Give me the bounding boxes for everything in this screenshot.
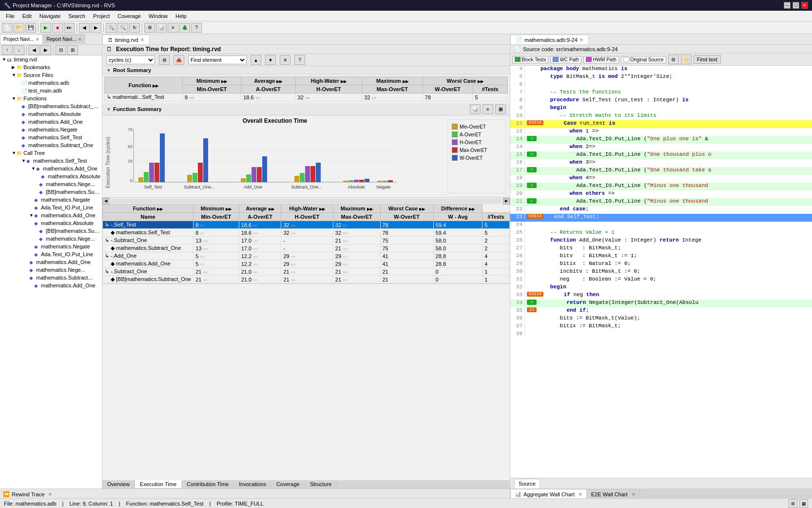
table-scrollbar[interactable] — [102, 283, 510, 290]
overview-tab[interactable]: Overview — [102, 480, 135, 488]
block-tests-legend[interactable]: Block Tests — [512, 56, 548, 63]
menu-project[interactable]: Project — [89, 12, 114, 20]
nav-back[interactable]: ◀ — [29, 45, 39, 55]
zoom-out-btn[interactable]: 🔍 — [117, 23, 128, 33]
cycles-select[interactable]: cycles (c) — [106, 56, 155, 64]
menu-search[interactable]: Search — [64, 12, 89, 20]
function-summary-toggle[interactable]: ▼ — [106, 107, 111, 112]
tree-ct-bbsubt1[interactable]: ◆ [BB]mathematics.Subt... — [0, 188, 102, 196]
tree-ct-putline1[interactable]: ◆ Ada.Text_IO.Put_Line — [0, 204, 102, 211]
menu-window[interactable]: Window — [145, 12, 172, 20]
menu-help[interactable]: Help — [172, 12, 191, 20]
tree-ct-addone1[interactable]: ▼ ◆ mathematics.Add_One — [0, 165, 102, 172]
execution-time-tab[interactable]: Execution Time — [135, 480, 182, 488]
tree-ct-negate1[interactable]: ◆ mathematics.Negate — [0, 196, 102, 204]
nav-forward[interactable]: ▶ — [40, 45, 51, 55]
scroll-left[interactable]: ◀ — [102, 198, 109, 205]
menu-edit[interactable]: Edit — [19, 12, 36, 20]
status-icon2[interactable]: ▦ — [799, 499, 808, 508]
tree-ct-putline2[interactable]: ◆ Ada.Text_IO.Put_Line — [0, 250, 102, 258]
settings-btn[interactable]: ⚙ — [144, 23, 155, 33]
fs-row-0[interactable]: ↳ -.Self_Test 8 ≈≈ 18.6 ≈≈ 32 ≈≈ 32 ≈≈ 7… — [103, 221, 510, 229]
tree-ct-addone3[interactable]: ◆ mathematics.Add_One — [0, 258, 102, 266]
tree-ct-negate2[interactable]: ◆ mathematics.Negate — [0, 243, 102, 250]
fs-row-7[interactable]: ◆ [BB]mathematics.Subtract_One 21 ≈≈ 21.… — [103, 276, 510, 283]
fs-row-6[interactable]: ↳ -.Subtract_One 21 ≈≈ 21.0 ≈≈ 21 ≈≈ 21 … — [103, 268, 510, 276]
e2e-close[interactable]: ✕ — [632, 492, 636, 497]
find-clear[interactable]: ✕ — [280, 55, 290, 65]
tree-ct-addone2[interactable]: ▼ ◆ mathematics.Add_One — [0, 211, 102, 219]
export-icon[interactable]: 📤 — [174, 55, 184, 65]
help-report[interactable]: ? — [294, 55, 305, 65]
tree-ct-selftest[interactable]: ▼ ◆ mathematics.Self_Test — [0, 157, 102, 165]
tree-fn-addone[interactable]: ◆ mathematics.Add_One — [0, 118, 102, 126]
new-btn[interactable]: 📄 — [2, 23, 13, 33]
source-tab-close[interactable]: ✕ — [580, 38, 583, 42]
root-summary-toggle[interactable]: ▼ — [106, 68, 111, 73]
stop-btn[interactable]: ■ — [52, 23, 63, 33]
rewind-close[interactable]: ✕ — [48, 492, 52, 497]
tree-bookmarks[interactable]: ▶ 📁 Bookmarks — [0, 63, 102, 71]
tree-ct-abs2[interactable]: ◆ mathematics.Absolute — [0, 219, 102, 227]
fs-row-2[interactable]: ↳ -.Subtract_One 13 ≈≈ 17.0 ≈≈ - 21 ≈≈ 7… — [103, 237, 510, 245]
original-source-legend[interactable]: Original Source — [621, 56, 666, 63]
find-text-btn[interactable]: Find text — [694, 55, 721, 64]
tree-fn-subtractone[interactable]: ◆ mathematics.Subtract_One — [0, 141, 102, 149]
code-area[interactable]: 4 package body mathematics is 5 type Bit… — [510, 66, 812, 478]
refresh-btn[interactable]: ↻ — [129, 23, 140, 33]
tree-ct-nege1[interactable]: ◆ mathematics.Nege... — [0, 180, 102, 188]
hwm-path-legend[interactable]: HWM Path — [583, 56, 619, 63]
tree-functions[interactable]: ▼ 📁 Functions — [0, 94, 102, 102]
menu-file[interactable]: File — [2, 12, 19, 20]
step-btn[interactable]: ⏭ — [64, 23, 75, 33]
find-next[interactable]: ▼ — [265, 55, 276, 65]
zoom-in-btn[interactable]: 🔍 — [106, 23, 116, 33]
save-btn[interactable]: 💾 — [25, 23, 36, 33]
table-view-btn[interactable]: ≡ — [483, 104, 493, 114]
aggregate-wall-tab[interactable]: 📊 Aggregate Wall Chart ✕ — [510, 489, 587, 499]
nav-up[interactable]: ↑ — [2, 45, 13, 55]
tree-fn-absolute[interactable]: ◆ mathematics.Absolute — [0, 110, 102, 118]
tree-root[interactable]: ▼ 🗂 timing.rvd — [0, 56, 102, 63]
tree-ct-absolute1[interactable]: ◆ mathematics.Absolute — [0, 172, 102, 180]
tree-ct-nege2[interactable]: ◆ mathematics.Nege... — [0, 235, 102, 243]
chart-view-btn[interactable]: 📊 — [470, 104, 481, 114]
agg-wall-close[interactable]: ✕ — [579, 492, 582, 497]
contribution-time-tab[interactable]: Contribution Time — [182, 480, 234, 488]
collapse-all[interactable]: ⊟ — [56, 45, 66, 55]
timing-rvd-close[interactable]: ✕ — [140, 38, 144, 42]
timing-rvd-tab[interactable]: 🗒 timing.rvd ✕ — [102, 35, 150, 44]
tree-fn-negate[interactable]: ◆ mathematics.Negate — [0, 126, 102, 133]
report-nav-tab[interactable]: Report Navi... ✕ — [43, 34, 85, 44]
tree-ct-bbsubt2[interactable]: ◆ [BB]mathematics.Subt... — [0, 227, 102, 235]
source-bottom-tab[interactable]: Source — [514, 479, 540, 489]
coverage-tab[interactable]: Coverage — [271, 480, 305, 488]
back-btn[interactable]: ◀ — [79, 23, 90, 33]
find-element-select[interactable]: Find element — [188, 56, 247, 64]
expand-all[interactable]: ⊞ — [67, 45, 78, 55]
close-btn[interactable]: ✕ — [801, 2, 808, 9]
open-btn[interactable]: 📂 — [14, 23, 24, 33]
tree-calltree[interactable]: ▼ 📁 Call Tree — [0, 149, 102, 157]
minimize-btn[interactable]: ─ — [784, 2, 791, 9]
project-nav-close[interactable]: ✕ — [36, 37, 39, 42]
wc-path-legend[interactable]: WC Path — [550, 56, 581, 63]
tree-ct-negate3[interactable]: ◆ mathematics.Add_One — [0, 282, 102, 289]
menu-coverage[interactable]: Coverage — [114, 12, 145, 20]
forward-btn[interactable]: ▶ — [91, 23, 101, 33]
root-summary-row[interactable]: ↳ mathemati...Self_Test 8 ≈≈ 18.6 ≈≈ 32 … — [105, 94, 508, 101]
fs-row-4[interactable]: ↳ -.Add_One 5 ≈≈ 12.2 ≈≈ 29 ≈≈ 29 ≈≈ 41 … — [103, 252, 510, 260]
help-btn[interactable]: ? — [191, 23, 202, 33]
tree-ct-subtractone1[interactable]: ◆ mathematics.Nege... — [0, 266, 102, 274]
report-nav-close[interactable]: ✕ — [78, 37, 82, 42]
tree-testmain-adb[interactable]: 📄 test_main.adb — [0, 87, 102, 94]
find-prev[interactable]: ▲ — [251, 55, 261, 65]
tree-btn[interactable]: 🌲 — [179, 23, 190, 33]
status-icon1[interactable]: ⊞ — [789, 499, 797, 508]
chart-btn[interactable]: 📊 — [156, 23, 167, 33]
source-bookmark[interactable]: ⭐ — [681, 55, 692, 64]
scroll-right[interactable]: ▶ — [503, 198, 510, 205]
source-config[interactable]: ⚙ — [668, 55, 679, 64]
maximize-btn[interactable]: □ — [793, 2, 799, 9]
chart-scrollbar[interactable]: ◀ ▶ — [102, 197, 510, 204]
